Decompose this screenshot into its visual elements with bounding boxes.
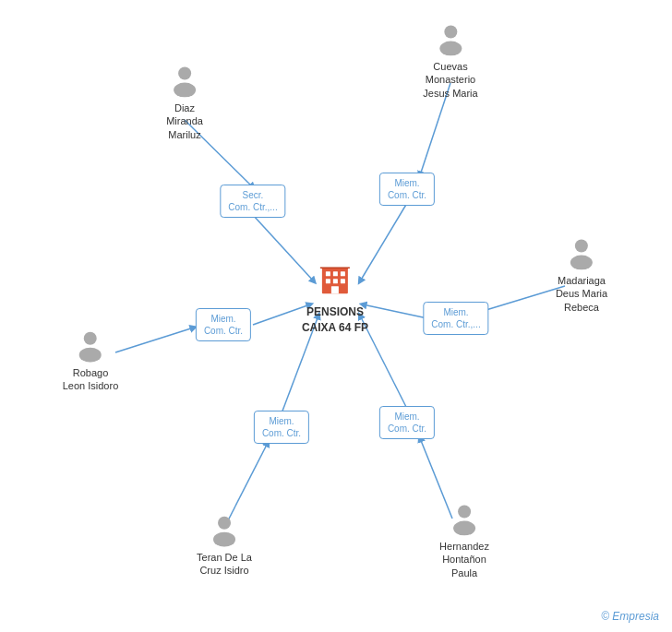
relation-teran[interactable]: Miem.Com. Ctr.: [254, 411, 309, 444]
svg-rect-14: [333, 271, 338, 276]
person-hernandez-label: HernandezHontañonPaula: [439, 540, 489, 579]
svg-rect-17: [333, 279, 338, 283]
person-icon: [73, 328, 108, 363]
svg-point-31: [458, 506, 471, 519]
center-label: PENSIONSCAIXA 64 FP: [302, 304, 368, 336]
svg-point-23: [444, 26, 457, 39]
svg-point-26: [570, 256, 593, 270]
svg-rect-19: [331, 286, 339, 293]
svg-line-6: [115, 328, 194, 352]
person-icon: [167, 63, 202, 98]
svg-point-21: [178, 67, 191, 80]
building-icon: [315, 258, 355, 299]
svg-point-22: [174, 83, 196, 98]
svg-point-32: [453, 521, 475, 536]
watermark-text: © Empresia: [601, 610, 659, 623]
person-hernandez[interactable]: HernandezHontañonPaula: [439, 501, 489, 579]
svg-point-25: [575, 240, 588, 253]
center-entity[interactable]: PENSIONSCAIXA 64 FP: [302, 258, 368, 336]
relation-madariaga[interactable]: Miem.Com. Ctr.,...: [423, 302, 488, 335]
svg-line-4: [480, 286, 565, 312]
svg-rect-13: [326, 271, 330, 276]
relation-robago[interactable]: Miem.Com. Ctr.: [196, 308, 251, 341]
relation-diaz[interactable]: Secr.Com. Ctr.,...: [220, 185, 285, 218]
svg-point-28: [79, 348, 102, 363]
person-teran-label: Teran De LaCruz Isidro: [197, 551, 252, 578]
svg-line-5: [363, 304, 427, 318]
svg-rect-16: [326, 279, 330, 283]
person-teran[interactable]: Teran De LaCruz Isidro: [197, 512, 252, 578]
person-icon: [447, 501, 482, 536]
person-cuevas[interactable]: CuevasMonasterioJesus Maria: [423, 21, 477, 100]
svg-point-29: [218, 517, 231, 530]
svg-point-24: [439, 42, 462, 56]
watermark: © Empresia: [601, 610, 659, 623]
person-madariaga-label: MadariagaDeus MariaRebeca: [556, 274, 607, 314]
person-robago[interactable]: RobagoLeon Isidoro: [63, 328, 119, 393]
person-icon: [207, 512, 242, 547]
person-madariaga[interactable]: MadariagaDeus MariaRebeca: [556, 235, 607, 314]
svg-point-27: [84, 332, 97, 345]
person-icon: [433, 21, 468, 56]
person-icon: [564, 235, 599, 270]
person-diaz-label: DiazMirandaMariluz: [166, 101, 203, 141]
diagram: PENSIONSCAIXA 64 FP DiazMirandaMariluz C…: [0, 0, 672, 632]
relation-hernandez[interactable]: Miem.Com. Ctr.: [379, 406, 435, 439]
svg-point-30: [213, 532, 235, 547]
svg-rect-15: [341, 271, 345, 276]
relation-cuevas[interactable]: Miem.Com. Ctr.: [379, 173, 435, 206]
svg-rect-18: [341, 279, 345, 283]
person-cuevas-label: CuevasMonasterioJesus Maria: [423, 60, 477, 100]
person-robago-label: RobagoLeon Isidoro: [63, 366, 119, 393]
person-diaz[interactable]: DiazMirandaMariluz: [166, 63, 203, 141]
